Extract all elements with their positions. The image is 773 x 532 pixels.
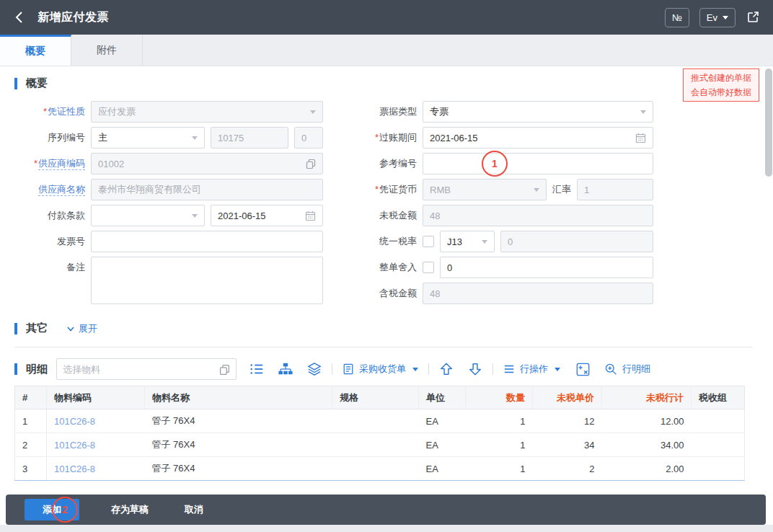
uniform-tax-rate-checkbox[interactable] [423,236,434,247]
tree-view-icon[interactable] [278,362,293,376]
col-material-name: 物料名称 [145,386,332,409]
cell-untaxed-price[interactable]: 2 [533,457,602,481]
detail-table: # 物料编码 物料名称 规格 单位 数量 未税单价 未税行计 税收组 1 101… [14,386,745,481]
cell-material-name[interactable]: 管子 76X4 [145,457,332,481]
cell-qty[interactable]: 1 [466,409,533,433]
sequence-number-input: 10175 [211,127,288,148]
toolbar-divider [332,363,332,375]
cell-untaxed-price[interactable]: 12 [533,409,602,433]
section-accent-bar [14,323,17,334]
env-dropdown-label: Ev [707,12,717,23]
save-draft-button[interactable]: 存为草稿 [111,503,149,516]
copy-icon[interactable] [219,364,230,375]
move-row-up-icon[interactable] [439,362,454,376]
remarks-textarea[interactable] [91,257,323,304]
material-search-box[interactable] [56,358,237,380]
toolbar-divider [428,363,429,375]
cell-untaxed-total[interactable]: 12.00 [602,409,692,433]
cell-unit[interactable]: EA [419,433,466,457]
table-row[interactable]: 2 101C26-8 管子 76X4 EA 1 34 34.00 [15,433,745,457]
sequence-type-select[interactable]: 主 [91,127,205,148]
col-spec: 规格 [332,386,419,409]
cell-material-name[interactable]: 管子 76X4 [145,433,332,457]
cell-untaxed-total[interactable]: 34.00 [602,433,692,457]
untaxed-amount-input: 48 [423,205,653,226]
sequence-no-label: 序列编号 [14,127,85,148]
voucher-nature-select: 应付发票 [91,101,323,123]
cell-spec[interactable] [332,433,419,457]
layers-icon[interactable] [307,362,322,376]
cancel-button[interactable]: 取消 [185,503,203,516]
calendar-icon [305,210,316,221]
row-operations-dropdown[interactable]: 行操作 [503,363,560,376]
cell-index: 2 [15,433,47,457]
cell-qty[interactable]: 1 [466,457,533,481]
tab-attachments[interactable]: 附件 [71,35,143,66]
cell-spec[interactable] [332,457,419,481]
cell-untaxed-price[interactable]: 34 [533,433,602,457]
receipt-doc-dropdown[interactable]: 采购收货单 [343,363,418,376]
whole-rounding-checkbox[interactable] [423,262,434,273]
annotation-step-1: 1 [482,151,508,177]
numero-button[interactable]: № [665,8,689,27]
cell-unit[interactable]: EA [419,457,466,481]
reference-no-input[interactable] [423,153,653,174]
material-search-input[interactable] [63,364,219,375]
cell-untaxed-total[interactable]: 2.00 [602,457,692,481]
overview-form: *凭证性质 应付发票 序列编号 主 10175 [14,101,653,304]
chevron-down-icon [640,110,646,114]
chevron-down-icon [192,214,198,218]
bill-type-select[interactable]: 专票 [423,101,653,123]
section-divider [14,347,753,347]
cell-tax-group[interactable] [692,409,745,433]
copy-icon[interactable] [306,159,316,169]
field-supplier-name: 供应商名称 泰州市华翔商贸有限公司 [14,179,323,200]
share-icon[interactable] [746,10,760,25]
cell-material-code-link[interactable]: 101C26-8 [47,433,145,457]
move-row-down-icon[interactable] [468,362,482,376]
row-detail-button[interactable]: 行明细 [604,363,650,376]
cell-index: 1 [15,409,47,433]
cell-material-code-link[interactable]: 101C26-8 [47,457,145,481]
payment-date-input[interactable]: 2021-06-15 [211,205,323,226]
field-invoice-no: 发票号 [14,231,323,252]
zoom-plus-icon [604,363,617,376]
hint-line2: 会自动带好数据 [686,85,756,99]
section-detail-title: 明细 [26,363,48,376]
field-supplier-code: *供应商编码 01002 [14,153,323,174]
row-operations-label: 行操作 [520,363,548,376]
section-accent-bar [14,363,17,375]
tab-overview[interactable]: 概要 [0,35,71,66]
table-row[interactable]: 1 101C26-8 管子 76X4 EA 1 12 12.00 [15,409,745,433]
back-icon[interactable] [13,11,26,24]
expand-link[interactable]: 展开 [66,322,97,335]
list-view-icon[interactable] [249,362,264,376]
cell-material-name[interactable]: 管子 76X4 [145,409,332,433]
untaxed-amount-label: 未税金额 [345,205,417,226]
calculator-icon[interactable] [576,363,590,376]
cell-tax-group[interactable] [692,457,745,481]
whole-rounding-input[interactable]: 0 [440,257,653,278]
supplier-code-input: 01002 [91,153,323,174]
field-voucher-nature: *凭证性质 应付发票 [14,101,323,123]
posting-period-input[interactable]: 2021-06-15 [423,127,653,148]
cell-material-code-link[interactable]: 101C26-8 [47,409,145,433]
title-bar: 新增应付发票 № Ev [0,0,773,35]
cell-spec[interactable] [332,409,419,433]
cell-tax-group[interactable] [692,433,745,457]
cell-qty[interactable]: 1 [466,433,533,457]
scrollbar-thumb[interactable] [765,68,772,177]
chevron-down-icon [66,324,75,333]
cell-unit[interactable]: EA [419,409,466,433]
document-icon [343,363,354,375]
payment-terms-select[interactable] [91,205,205,226]
env-dropdown-button[interactable]: Ev [699,8,736,27]
table-row[interactable]: 3 101C26-8 管子 76X4 EA 1 2 2.00 [15,457,745,481]
detail-toolbar: 明细 [14,356,650,382]
tax-code-select[interactable]: J13 [440,231,495,252]
cell-index: 3 [15,457,47,481]
taxed-amount-label: 含税金额 [345,283,417,304]
chevron-down-icon [723,16,728,19]
page-bottom-strip [0,525,773,532]
invoice-no-input[interactable] [91,231,323,252]
